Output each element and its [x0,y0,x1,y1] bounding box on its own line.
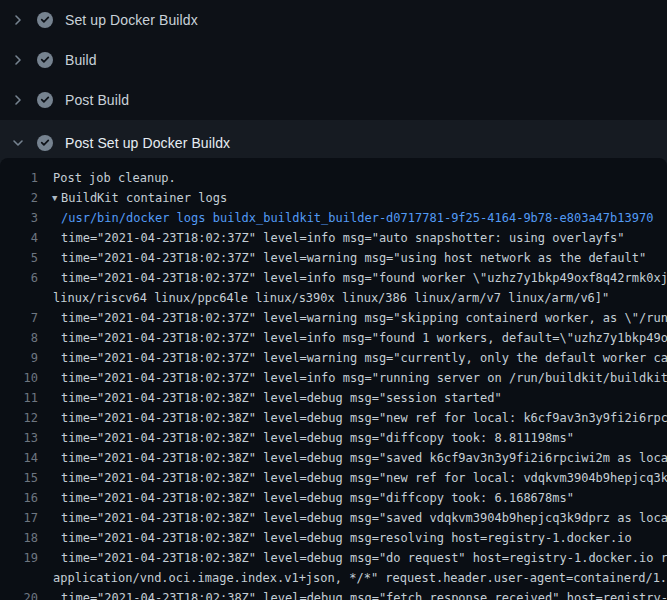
step-list: Set up Docker Buildx Build Post Build [0,0,667,166]
log-line-number[interactable]: 9 [0,348,38,368]
check-circle-icon [37,52,53,68]
log-line-text: time="2021-04-23T18:02:38Z" level=debug … [61,388,502,408]
log-line-text: time="2021-04-23T18:02:37Z" level=info m… [61,268,667,288]
log-line: 6 ▼ time="2021-04-23T18:02:37Z" level=in… [0,268,667,288]
log-line: 16 ▼ time="2021-04-23T18:02:38Z" level=d… [0,488,667,508]
log-line-text: time="2021-04-23T18:02:38Z" level=debug … [61,408,667,428]
log-line-text: time="2021-04-23T18:02:38Z" level=debug … [61,488,574,508]
log-line-number[interactable]: 14 [0,448,38,468]
log-line: 1 ▼ Post job cleanup. [0,168,667,188]
log-line: 18 ▼ time="2021-04-23T18:02:38Z" level=d… [0,528,667,548]
log-line: 2 ▼ BuildKit container logs [0,188,667,208]
step-label: Post Set up Docker Buildx [65,135,230,151]
log-line-number[interactable]: 16 [0,488,38,508]
log-line-text: linux/riscv64 linux/ppc64le linux/s390x … [53,288,609,308]
step-label: Build [65,52,97,68]
log-line-number[interactable]: 12 [0,408,38,428]
step-header-set-up-docker-buildx[interactable]: Set up Docker Buildx [0,0,667,40]
log-line-text: time="2021-04-23T18:02:38Z" level=debug … [61,528,632,548]
chevron-right-icon[interactable] [10,12,26,28]
log-line-number[interactable]: 6 [0,268,38,288]
log-line: ▼ linux/riscv64 linux/ppc64le linux/s390… [0,288,667,308]
log-line-number[interactable]: 20 [0,588,38,600]
log-line-number[interactable]: 4 [0,228,38,248]
log-line-number[interactable]: 19 [0,548,38,568]
log-line: 14 ▼ time="2021-04-23T18:02:38Z" level=d… [0,448,667,468]
chevron-right-icon[interactable] [10,52,26,68]
log-line: 15 ▼ time="2021-04-23T18:02:38Z" level=d… [0,468,667,488]
log-line-number[interactable]: 7 [0,308,38,328]
log-line-text: time="2021-04-23T18:02:37Z" level=info m… [61,328,667,348]
log-line-number[interactable]: 18 [0,528,38,548]
log-line-number[interactable]: 10 [0,368,38,388]
log-line-text: time="2021-04-23T18:02:38Z" level=debug … [61,428,574,448]
chevron-down-icon[interactable] [10,135,26,151]
check-circle-icon [37,92,53,108]
step-label: Set up Docker Buildx [65,12,198,28]
log-line-text: time="2021-04-23T18:02:37Z" level=warnin… [61,248,646,268]
log-line-text: time="2021-04-23T18:02:37Z" level=warnin… [61,348,667,368]
log-line-text: Post job cleanup. [53,168,176,188]
log-line-number[interactable]: 13 [0,428,38,448]
log-line-number[interactable]: 5 [0,248,38,268]
log-line-number[interactable]: 1 [0,168,38,188]
check-circle-icon [37,12,53,28]
log-line-text: BuildKit container logs [61,188,227,208]
step-header-build[interactable]: Build [0,40,667,80]
log-line-text: time="2021-04-23T18:02:38Z" level=debug … [61,448,667,468]
log-line: 19 ▼ time="2021-04-23T18:02:38Z" level=d… [0,548,667,568]
log-line: 7 ▼ time="2021-04-23T18:02:37Z" level=wa… [0,308,667,328]
log-line: 20 ▼ time="2021-04-23T18:02:38Z" level=d… [0,588,667,600]
log-line: 4 ▼ time="2021-04-23T18:02:37Z" level=in… [0,228,667,248]
log-line-number[interactable]: 17 [0,508,38,528]
log-line: 12 ▼ time="2021-04-23T18:02:38Z" level=d… [0,408,667,428]
log-line-text: time="2021-04-23T18:02:38Z" level=debug … [61,548,667,568]
log-line-text: time="2021-04-23T18:02:37Z" level=info m… [61,368,667,388]
log-line-text: /usr/bin/docker logs buildx_buildkit_bui… [61,208,653,228]
check-circle-icon [37,135,53,151]
log-line-number[interactable]: 15 [0,468,38,488]
log-line-text: time="2021-04-23T18:02:38Z" level=debug … [61,468,667,488]
log-line-number[interactable]: 2 [0,188,38,208]
log-line-text: time="2021-04-23T18:02:38Z" level=debug … [61,588,667,600]
log-line: 8 ▼ time="2021-04-23T18:02:37Z" level=in… [0,328,667,348]
log-console: 1 ▼ Post job cleanup. 2 ▼ BuildKit conta… [0,158,667,600]
actions-log-viewer: Set up Docker Buildx Build Post Build [0,0,667,600]
log-line: 17 ▼ time="2021-04-23T18:02:38Z" level=d… [0,508,667,528]
step-header-post-build[interactable]: Post Build [0,80,667,120]
log-line-text: application/vnd.oci.image.index.v1+json,… [53,568,667,588]
log-line-number[interactable]: 8 [0,328,38,348]
step-label: Post Build [65,92,129,108]
log-line: 9 ▼ time="2021-04-23T18:02:37Z" level=wa… [0,348,667,368]
log-line: 10 ▼ time="2021-04-23T18:02:37Z" level=i… [0,368,667,388]
chevron-right-icon[interactable] [10,92,26,108]
log-line-text: time="2021-04-23T18:02:38Z" level=debug … [61,508,667,528]
log-line: 3 ▼ /usr/bin/docker logs buildx_buildkit… [0,208,667,228]
log-line-text: time="2021-04-23T18:02:37Z" level=info m… [61,228,625,248]
log-line-number[interactable]: 11 [0,388,38,408]
triangle-down-icon[interactable]: ▼ [52,188,57,208]
log-line: ▼ application/vnd.oci.image.index.v1+jso… [0,568,667,588]
log-line-number[interactable]: 3 [0,208,38,228]
log-line-text: time="2021-04-23T18:02:37Z" level=warnin… [61,308,667,328]
log-line: 13 ▼ time="2021-04-23T18:02:38Z" level=d… [0,428,667,448]
log-line: 11 ▼ time="2021-04-23T18:02:38Z" level=d… [0,388,667,408]
log-line: 5 ▼ time="2021-04-23T18:02:37Z" level=wa… [0,248,667,268]
